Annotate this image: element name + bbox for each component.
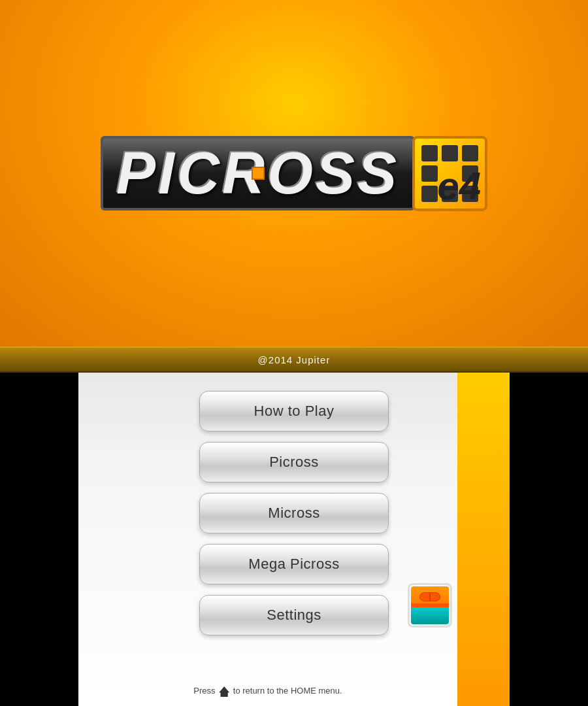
bottom-inner: How to Play Picross Micross Mega Picross… xyxy=(78,373,510,706)
mega-picross-button[interactable]: Mega Picross xyxy=(199,544,389,584)
ribbon-horizontal xyxy=(411,603,449,607)
footer-text-after: to return to the HOME menu. xyxy=(231,686,342,696)
footer-text: Press to return to the HOME menu. xyxy=(78,686,457,697)
picross-button[interactable]: Picross xyxy=(199,442,389,482)
bow-left xyxy=(419,592,430,601)
bow-right xyxy=(430,592,440,601)
gift-bottom xyxy=(411,607,449,624)
logo-number-badge: e4 xyxy=(412,136,487,211)
badge-cell-7 xyxy=(421,186,438,202)
top-screen: PICROSS e4 xyxy=(0,0,588,346)
gift-icon-inner xyxy=(411,586,449,624)
footer-text-before: Press xyxy=(193,686,218,696)
badge-cell-3 xyxy=(462,145,478,161)
gift-icon[interactable] xyxy=(408,583,452,628)
badge-cell-1 xyxy=(421,145,438,161)
badge-number: e4 xyxy=(437,167,481,206)
logo-orange-dot xyxy=(252,167,265,180)
copyright-text: @2014 Jupiter xyxy=(258,354,331,365)
micross-button[interactable]: Micross xyxy=(199,493,389,533)
game-logo: PICROSS e4 xyxy=(101,136,487,211)
how-to-play-button[interactable]: How to Play xyxy=(199,391,389,431)
badge-cell-4 xyxy=(421,165,438,182)
home-icon xyxy=(219,686,229,697)
copyright-bar: @2014 Jupiter xyxy=(0,346,588,373)
bottom-screen: How to Play Picross Micross Mega Picross… xyxy=(0,373,588,706)
settings-button[interactable]: Settings xyxy=(199,595,389,635)
picross-logo-box: PICROSS xyxy=(101,136,415,210)
badge-cell-2 xyxy=(442,145,458,161)
yellow-stripe-decoration xyxy=(457,373,510,706)
